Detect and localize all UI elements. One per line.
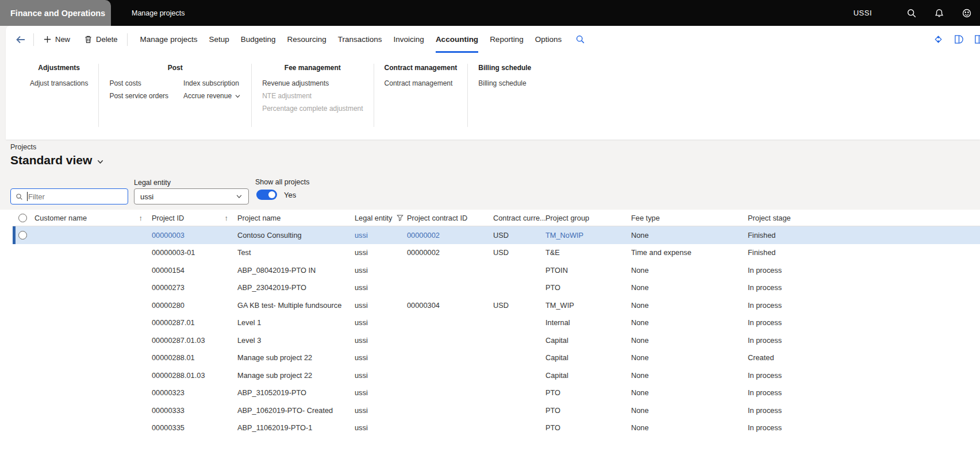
cell-project_group: PTO <box>545 406 631 415</box>
table-row[interactable]: 00000003-01Testussi00000002USDT&ETime an… <box>13 244 980 262</box>
cell-project_id: 00000280 <box>152 301 237 310</box>
action-pane-search-icon[interactable] <box>575 34 585 44</box>
table-row[interactable]: 00000288.01Manage sub project 22ussiCapi… <box>13 349 980 367</box>
app-name-tab[interactable]: Finance and Operations <box>0 0 111 26</box>
filter-input[interactable] <box>28 192 123 201</box>
cell-fee_type: None <box>631 283 748 292</box>
menu-item-post-service-orders[interactable]: Post service orders <box>109 90 168 102</box>
cell-project_group: PTOIN <box>545 266 631 275</box>
cell-value: None <box>631 301 649 310</box>
cell-value: PTO <box>545 423 560 432</box>
cell-project_name: ABP_31052019-PTO <box>237 388 355 397</box>
view-selector[interactable]: Standard view <box>10 153 104 167</box>
menu-item-nte-adjustment: NTE adjustment <box>262 90 363 102</box>
table-row[interactable]: 00000003Contoso Consultingussi00000002US… <box>13 226 980 244</box>
legal-entity-combobox[interactable]: ussi <box>134 188 249 204</box>
back-arrow-icon[interactable] <box>15 34 26 45</box>
cell-legal_entity: ussi <box>355 231 407 240</box>
show-all-projects-toggle[interactable] <box>256 190 277 200</box>
menu-item-accrue-revenue[interactable]: Accrue revenue <box>183 90 241 102</box>
table-row[interactable]: 00000273ABP_23042019-PTOussiPTONoneIn pr… <box>13 279 980 297</box>
menu-item-post-costs[interactable]: Post costs <box>109 77 168 90</box>
table-row[interactable]: 00000323ABP_31052019-PTOussiPTONoneIn pr… <box>13 384 980 402</box>
tab-accounting[interactable]: Accounting <box>430 26 484 53</box>
topbar-page-title: Manage projects <box>132 0 185 26</box>
tab-budgeting[interactable]: Budgeting <box>235 26 282 53</box>
menu-item-adjust-transactions[interactable]: Adjust transactions <box>30 77 88 90</box>
column-header-project-id[interactable]: Project ID↑ <box>152 214 237 222</box>
company-selector[interactable]: USSI <box>854 9 872 17</box>
delete-button[interactable]: Delete <box>82 35 120 44</box>
row-select-checkbox[interactable] <box>18 231 27 240</box>
cell-project_id: 00000273 <box>152 283 237 292</box>
action-pane: New Delete Manage projectsSetupBudgeting… <box>6 26 980 140</box>
project_id-link[interactable]: 00000003 <box>152 231 185 240</box>
menu-item-billing-schedule[interactable]: Billing schedule <box>478 77 526 90</box>
table-row[interactable]: 00000333ABP_1062019-PTO- CreatedussiPTON… <box>13 401 980 419</box>
tab-resourcing[interactable]: Resourcing <box>282 26 332 53</box>
notifications-bell-icon[interactable] <box>934 8 944 18</box>
select-all-checkbox[interactable] <box>18 214 27 222</box>
ribbon-group-post: PostPost costsPost service ordersIndex s… <box>98 64 251 127</box>
table-row[interactable]: 00000287.01.03Level 3ussiCapitalNoneIn p… <box>13 331 980 349</box>
column-header-project-stage[interactable]: Project stage <box>748 214 980 222</box>
table-row[interactable]: 00000335ABP_11062019-PTO-1ussiPTONoneIn … <box>13 419 980 437</box>
search-icon[interactable] <box>906 8 917 18</box>
column-header-legal-entity[interactable]: Legal entity <box>355 214 407 222</box>
cell-legal_entity: ussi <box>355 248 407 257</box>
cell-fee_type: None <box>631 336 748 345</box>
cell-value: ussi <box>355 301 368 310</box>
cell-value: ussi <box>355 283 368 292</box>
contract_id-link[interactable]: 00000002 <box>407 231 440 240</box>
cell-value: GA KB test- Multiple fundsource <box>237 301 341 310</box>
cell-fee_type: None <box>631 423 748 432</box>
column-header-customer-name[interactable]: Customer name↑ <box>34 214 152 222</box>
menu-item-index-subscription[interactable]: Index subscription <box>183 77 241 90</box>
tab-invoicing[interactable]: Invoicing <box>388 26 430 53</box>
cell-stage: In process <box>748 336 980 345</box>
cell-project_group: Capital <box>545 336 631 345</box>
office-panel-icon[interactable] <box>953 34 964 45</box>
column-header-contract-curre[interactable]: Contract curre... <box>493 214 545 222</box>
tab-manage-projects[interactable]: Manage projects <box>134 26 203 53</box>
cell-value: In process <box>748 371 782 380</box>
table-row[interactable]: 00000287.01Level 1ussiInternalNoneIn pro… <box>13 314 980 332</box>
cell-value: None <box>631 423 649 432</box>
cell-contract_id: 00000002 <box>407 248 493 257</box>
tab-reporting[interactable]: Reporting <box>484 26 529 53</box>
column-header-fee-type[interactable]: Fee type <box>631 214 748 222</box>
legal_entity-link[interactable]: ussi <box>355 231 368 240</box>
table-row[interactable]: 00000280GA KB test- Multiple fundsourceu… <box>13 296 980 314</box>
filter-input-box[interactable] <box>10 188 128 204</box>
clipped-right-icon[interactable] <box>973 34 980 45</box>
tab-setup[interactable]: Setup <box>203 26 235 53</box>
cell-fee_type: None <box>631 301 748 310</box>
cell-value: None <box>631 283 649 292</box>
cell-value: 00000304 <box>407 301 440 310</box>
cell-value: 00000154 <box>152 266 185 275</box>
cell-project_id: 00000154 <box>152 266 237 275</box>
cell-value: TM_WIP <box>545 301 574 310</box>
cell-project_name: Manage sub project 22 <box>237 353 355 362</box>
cell-value: PTO <box>545 406 560 415</box>
column-header-label: Project contract ID <box>407 214 467 222</box>
project_group-link[interactable]: TM_NoWIP <box>545 231 583 240</box>
cell-value: ABP_08042019-PTO IN <box>237 266 316 275</box>
cell-value: ussi <box>355 266 368 275</box>
menu-item-contract-management[interactable]: Contract management <box>385 77 453 90</box>
feedback-smiley-icon[interactable] <box>962 8 972 18</box>
tab-options[interactable]: Options <box>529 26 568 53</box>
menu-item-revenue-adjustments[interactable]: Revenue adjustments <box>262 77 363 90</box>
cell-project_id: 00000335 <box>152 423 237 432</box>
column-header-project-name[interactable]: Project name <box>237 214 355 222</box>
column-header-project-group[interactable]: Project group <box>545 214 631 222</box>
table-row[interactable]: 00000288.01.03Manage sub project 22ussiC… <box>13 366 980 384</box>
dynamics-apps-icon[interactable] <box>933 34 944 45</box>
new-button[interactable]: New <box>41 35 72 44</box>
column-header-project-contract-id[interactable]: Project contract ID <box>407 214 493 222</box>
filter-funnel-icon[interactable] <box>397 214 403 221</box>
column-header-label: Customer name <box>34 214 87 222</box>
tab-transactions[interactable]: Transactions <box>332 26 388 53</box>
table-row[interactable]: 00000154ABP_08042019-PTO INussiPTOINNone… <box>13 261 980 279</box>
cell-value: Finished <box>748 231 775 240</box>
